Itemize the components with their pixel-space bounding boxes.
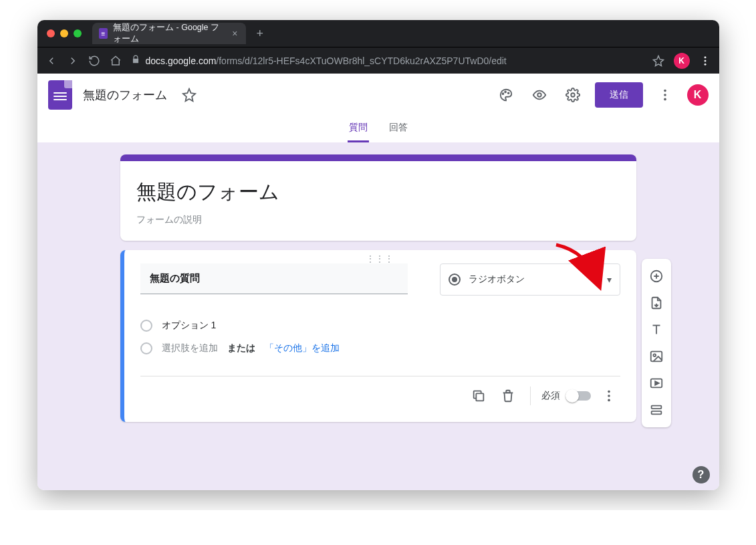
tab-close-icon[interactable]: × — [231, 28, 239, 39]
document-title[interactable]: 無題のフォーム — [83, 87, 167, 103]
duplicate-icon[interactable] — [467, 385, 490, 407]
svg-rect-20 — [651, 411, 661, 415]
svg-point-2 — [704, 63, 706, 65]
forward-button[interactable] — [67, 55, 79, 67]
svg-rect-11 — [476, 393, 483, 401]
bookmark-star-icon[interactable] — [652, 55, 664, 67]
add-title-icon[interactable] — [644, 318, 668, 342]
chrome-menu-button[interactable] — [699, 55, 711, 67]
add-other-link[interactable]: 「その他」を追加 — [265, 342, 340, 354]
svg-point-0 — [704, 56, 706, 58]
form-header-card[interactable]: 無題のフォーム フォームの説明 — [120, 154, 636, 241]
form-title[interactable]: 無題のフォーム — [136, 179, 620, 206]
add-section-icon[interactable] — [644, 398, 668, 422]
radio-outline-icon — [140, 320, 152, 332]
side-toolbar — [642, 259, 671, 427]
question-title-input[interactable] — [140, 263, 408, 294]
form-canvas: 無題のフォーム フォームの説明 ⋮⋮⋮ ラジオボタン ▾ — [37, 142, 719, 490]
divider — [530, 387, 531, 405]
required-label: 必須 — [541, 390, 560, 402]
add-option-row: 選択肢を追加 または 「その他」を追加 — [140, 337, 620, 360]
reload-button[interactable] — [88, 55, 100, 67]
add-video-icon[interactable] — [644, 371, 668, 395]
theme-icon[interactable] — [495, 84, 517, 106]
svg-point-8 — [664, 90, 666, 92]
url-host: docs.google.com — [146, 56, 217, 66]
svg-point-9 — [664, 94, 666, 96]
window-controls — [44, 29, 87, 37]
or-label: または — [227, 342, 255, 354]
svg-point-14 — [608, 399, 610, 402]
chrome-top: ≡ 無題のフォーム - Google フォーム × + — [37, 20, 719, 74]
chevron-down-icon: ▾ — [607, 274, 612, 285]
browser-tab[interactable]: ≡ 無題のフォーム - Google フォーム × — [92, 23, 246, 44]
tab-responses[interactable]: 回答 — [388, 116, 409, 142]
svg-point-12 — [608, 391, 610, 393]
radio-outline-icon — [140, 342, 152, 354]
tab-strip: ≡ 無題のフォーム - Google フォーム × + — [37, 20, 719, 47]
question-card[interactable]: ⋮⋮⋮ ラジオボタン ▾ オプション 1 — [120, 250, 636, 422]
question-type-label: ラジオボタン — [469, 274, 525, 286]
options-list: オプション 1 選択肢を追加 または 「その他」を追加 — [140, 314, 620, 360]
add-question-icon[interactable] — [644, 264, 668, 288]
url-path: /forms/d/12lr5-HEFs4cXTuOWBr8hl_sCYTD6ku… — [216, 56, 506, 66]
question-more-icon[interactable] — [598, 385, 620, 407]
forms-header: 無題のフォーム 送信 K — [37, 74, 719, 116]
home-button[interactable] — [110, 55, 122, 67]
close-window-icon[interactable] — [47, 29, 55, 37]
add-image-icon[interactable] — [644, 344, 668, 368]
radio-icon — [449, 274, 461, 286]
help-icon[interactable]: ? — [692, 466, 710, 483]
star-icon[interactable] — [178, 84, 201, 106]
form-description[interactable]: フォームの説明 — [136, 214, 620, 226]
toolbar: docs.google.com/forms/d/12lr5-HEFs4cXTuO… — [37, 47, 719, 74]
svg-point-5 — [507, 92, 509, 94]
send-button[interactable]: 送信 — [595, 82, 643, 108]
option-row[interactable]: オプション 1 — [140, 314, 620, 337]
question-footer: 必須 — [140, 376, 620, 407]
forms-logo-icon[interactable] — [48, 80, 72, 110]
preview-icon[interactable] — [528, 84, 551, 106]
forms-favicon-icon: ≡ — [99, 28, 108, 39]
svg-point-4 — [505, 92, 506, 93]
browser-window: ≡ 無題のフォーム - Google フォーム × + — [37, 20, 719, 490]
new-tab-button[interactable]: + — [251, 27, 269, 41]
svg-point-13 — [608, 395, 610, 397]
maximize-window-icon[interactable] — [74, 29, 82, 37]
import-questions-icon[interactable] — [644, 291, 668, 315]
add-option-link[interactable]: 選択肢を追加 — [162, 342, 218, 354]
svg-point-17 — [653, 354, 656, 356]
form-tabs: 質問 回答 — [37, 116, 719, 142]
minimize-window-icon[interactable] — [60, 29, 68, 37]
required-toggle[interactable] — [567, 391, 591, 401]
more-menu-icon[interactable] — [654, 84, 676, 106]
svg-rect-16 — [650, 352, 662, 362]
tab-questions[interactable]: 質問 — [348, 116, 369, 142]
question-type-dropdown[interactable]: ラジオボタン ▾ — [440, 263, 620, 296]
option-label[interactable]: オプション 1 — [162, 320, 217, 332]
svg-point-3 — [502, 93, 503, 94]
profile-initial: K — [678, 56, 684, 66]
account-avatar[interactable]: K — [687, 84, 709, 106]
address-bar[interactable]: docs.google.com/forms/d/12lr5-HEFs4cXTuO… — [131, 55, 643, 66]
settings-icon[interactable] — [561, 84, 584, 106]
tab-title: 無題のフォーム - Google フォーム — [113, 22, 225, 45]
drag-handle-icon[interactable]: ⋮⋮⋮ — [366, 254, 394, 263]
account-initial: K — [694, 89, 702, 101]
svg-rect-19 — [651, 406, 661, 409]
lock-icon — [131, 55, 140, 66]
profile-avatar[interactable]: K — [674, 53, 690, 69]
svg-point-10 — [664, 98, 666, 101]
svg-point-1 — [704, 60, 706, 62]
svg-point-7 — [571, 93, 575, 97]
delete-icon[interactable] — [497, 385, 519, 407]
svg-point-6 — [537, 93, 541, 97]
back-button[interactable] — [45, 55, 57, 67]
